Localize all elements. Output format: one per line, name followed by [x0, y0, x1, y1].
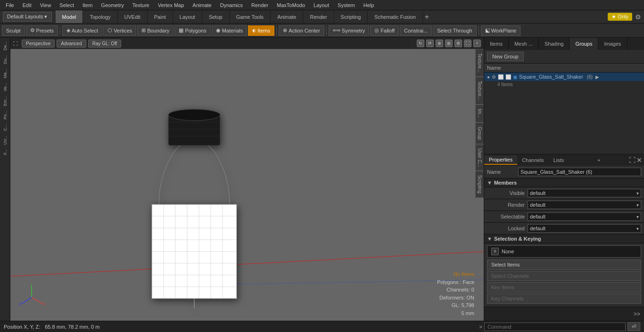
menu-help[interactable]: Help	[360, 1, 378, 9]
add-props-tab-button[interactable]: +	[594, 156, 604, 164]
tab-animate[interactable]: Animate	[271, 10, 303, 23]
menu-edit[interactable]: Edit	[19, 1, 35, 9]
tab-images[interactable]: Images	[598, 38, 627, 50]
key-items-button[interactable]: Key Items	[487, 282, 641, 292]
constrain-button[interactable]: Constrai...	[400, 25, 432, 36]
command-go-button[interactable]: ⏎	[627, 322, 640, 331]
sel-keying-header[interactable]: ▼ Selection & Keying	[484, 235, 644, 243]
menu-view[interactable]: View	[36, 1, 55, 9]
gear-button[interactable]: ⚙	[635, 13, 641, 21]
key-channels-button[interactable]: Key Channels	[487, 293, 641, 304]
collapse-right-button[interactable]: >>	[634, 311, 640, 317]
action-center-button[interactable]: ⊕ Action Center	[279, 25, 324, 36]
tab-mesh[interactable]: Mesh ...	[509, 38, 539, 50]
presets-button[interactable]: ⚙ Presets	[26, 25, 58, 36]
star-only-button[interactable]: ★ Only	[608, 13, 632, 21]
workplane-button[interactable]: ⬕ WorkPlane	[481, 25, 521, 36]
tab-items[interactable]: Items	[484, 38, 509, 50]
edge-tab-texture-2[interactable]: Texture...	[475, 77, 484, 105]
edge-tab-im[interactable]: Im...	[475, 105, 484, 122]
menu-texture[interactable]: Texture	[129, 1, 153, 9]
pan-icon[interactable]: ⊞	[445, 40, 453, 47]
menu-geometry[interactable]: Geometry	[97, 1, 127, 9]
edge-tab-group[interactable]: Group	[475, 122, 484, 144]
props-close-icon[interactable]: ✕	[636, 156, 642, 164]
menu-file[interactable]: File	[2, 1, 18, 9]
layout-dropdown[interactable]: Default Layouts ▾	[3, 12, 52, 22]
items-button[interactable]: ⬖ Items	[248, 25, 274, 36]
select-channels-button[interactable]: Select Channels	[487, 271, 641, 281]
tab-topology[interactable]: Topology	[83, 10, 117, 23]
item-row-salt-shaker[interactable]: ● ⚙ ⬜ ⬜ ▣ Square_Glass_Salt_Shaker (6) ▶	[484, 73, 644, 81]
vertices-button[interactable]: ⬡ Vertices	[103, 25, 136, 36]
tab-layout[interactable]: Layout	[173, 10, 202, 23]
tab-shading[interactable]: Shading	[539, 38, 570, 50]
reset-icon[interactable]: ⟳	[426, 40, 434, 47]
tab-schematic-fusion[interactable]: Schematic Fusion	[368, 10, 422, 23]
edge-tab-texture-1[interactable]: Texture...	[475, 49, 484, 77]
select-through-button[interactable]: Select Through	[433, 25, 476, 36]
tab-channels[interactable]: Channels	[517, 156, 548, 164]
render-dropdown[interactable]: default ▾	[528, 201, 641, 209]
sidebar-item-c[interactable]: C...	[2, 122, 8, 133]
select-items-button[interactable]: Select Items	[487, 259, 641, 270]
falloff-button[interactable]: ◎ Falloff	[370, 25, 399, 36]
rotate-icon[interactable]: ↻	[417, 40, 424, 47]
name-header: Name	[484, 64, 644, 73]
new-group-button[interactable]: New Group	[487, 52, 524, 61]
menu-dynamics[interactable]: Dynamics	[216, 1, 247, 9]
scene-canvas[interactable]: X Y Z No Items Polygons : Face Channels:…	[10, 49, 484, 321]
selectable-dropdown[interactable]: default ▾	[528, 212, 641, 221]
perspective-button[interactable]: Perspective	[22, 40, 55, 48]
menu-layout[interactable]: Layout	[310, 1, 333, 9]
sidebar-item-f[interactable]: F...	[2, 147, 8, 157]
locked-dropdown[interactable]: default ▾	[528, 224, 641, 233]
tab-paint[interactable]: Paint	[148, 10, 173, 23]
symmetry-button[interactable]: ⟺ Symmetry	[329, 25, 370, 36]
sidebar-item-uv[interactable]: UV...	[2, 134, 8, 146]
tab-lists[interactable]: Lists	[549, 156, 569, 164]
add-layout-tab-button[interactable]: +	[425, 13, 429, 21]
visible-dropdown[interactable]: default ▾	[528, 189, 641, 197]
tab-scripting[interactable]: Scripting	[334, 10, 368, 23]
sidebar-item-po[interactable]: Po...	[2, 109, 8, 121]
materials-button[interactable]: ◉ Materials	[212, 25, 248, 36]
boundary-button[interactable]: ⊞ Boundary	[137, 25, 173, 36]
name-field[interactable]	[518, 168, 641, 176]
menu-vertex-map[interactable]: Vertex Map	[154, 1, 188, 9]
auto-select-button[interactable]: ◈ Auto Select	[62, 25, 102, 36]
sidebar-item-em[interactable]: Em...	[2, 94, 8, 108]
sidebar-item-de[interactable]: De...	[2, 40, 8, 52]
tab-model[interactable]: Model	[56, 10, 83, 23]
tab-properties[interactable]: Properties	[484, 155, 517, 165]
tab-uvedit[interactable]: UVEdit	[118, 10, 148, 23]
sidebar-item-du[interactable]: Du...	[2, 53, 8, 66]
edge-tab-scripting[interactable]: Scripting	[475, 171, 484, 198]
props-expand-icon[interactable]: ⛶	[629, 156, 636, 164]
ray-gl-button[interactable]: Ray GL: Off	[88, 40, 122, 48]
menu-system[interactable]: System	[334, 1, 359, 9]
settings-icon[interactable]: ⚙	[454, 40, 462, 47]
advanced-button[interactable]: Advanced	[57, 40, 86, 48]
menu-item[interactable]: Item	[79, 1, 96, 9]
none-button[interactable]: ⠿ None	[487, 245, 641, 258]
menu-render[interactable]: Render	[248, 1, 272, 9]
sidebar-item-ve[interactable]: Ve...	[2, 81, 8, 93]
edge-tab-user-c[interactable]: User C...	[475, 144, 484, 171]
command-input[interactable]	[484, 323, 626, 331]
expand-icon[interactable]: ⛶	[464, 40, 471, 47]
polygons-button[interactable]: ▦ Polygons	[174, 25, 210, 36]
tab-render[interactable]: Render	[303, 10, 334, 23]
menu-maxtomodo[interactable]: MaxToModo	[273, 1, 309, 9]
menu-animate[interactable]: Animate	[189, 1, 215, 9]
members-section-header[interactable]: ▼ Members	[484, 178, 644, 187]
menu-select[interactable]: Select	[56, 1, 78, 9]
tab-groups[interactable]: Groups	[570, 38, 598, 50]
zoom-icon[interactable]: ⊕	[436, 40, 443, 47]
item-expand-arrow[interactable]: ▶	[595, 74, 599, 80]
maximize-icon[interactable]: +	[473, 40, 481, 47]
tab-setup[interactable]: Setup	[202, 10, 230, 23]
sidebar-item-me[interactable]: Me...	[2, 67, 8, 80]
tab-game-tools[interactable]: Game Tools	[230, 10, 271, 23]
sculpt-button[interactable]: Sculpt	[2, 25, 25, 36]
